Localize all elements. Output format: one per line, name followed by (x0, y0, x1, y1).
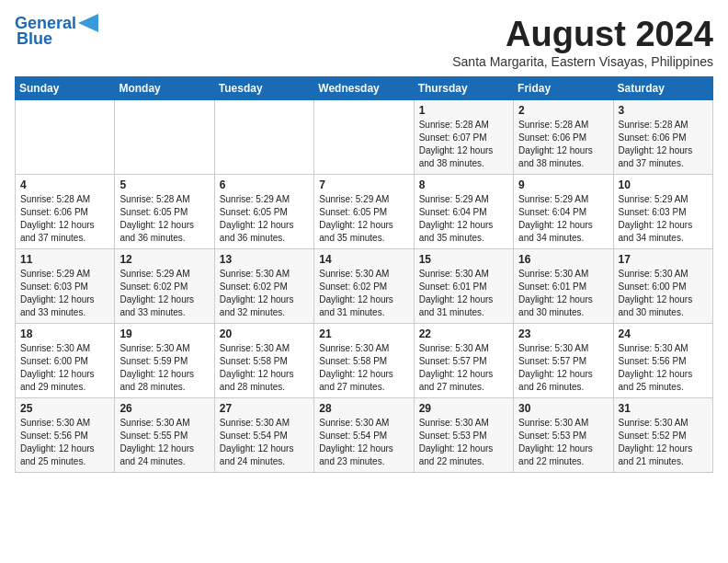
calendar-cell: 19Sunrise: 5:30 AM Sunset: 5:59 PM Dayli… (115, 324, 214, 398)
date-number: 20 (220, 327, 309, 340)
date-number: 5 (119, 178, 209, 191)
calendar-cell: 22Sunrise: 5:30 AM Sunset: 5:57 PM Dayli… (414, 324, 513, 398)
cell-info: Sunrise: 5:30 AM Sunset: 5:58 PM Dayligh… (319, 342, 408, 394)
date-number: 9 (518, 178, 608, 191)
logo: General Blue (15, 15, 98, 49)
calendar-cell: 6Sunrise: 5:29 AM Sunset: 6:05 PM Daylig… (214, 175, 313, 249)
calendar-cell: 8Sunrise: 5:29 AM Sunset: 6:04 PM Daylig… (414, 175, 513, 249)
cell-info: Sunrise: 5:30 AM Sunset: 5:55 PM Dayligh… (119, 417, 209, 468)
cell-info: Sunrise: 5:30 AM Sunset: 6:02 PM Dayligh… (319, 268, 408, 319)
date-number: 17 (619, 253, 708, 266)
date-number: 11 (20, 253, 109, 266)
date-number: 14 (319, 253, 408, 266)
cell-info: Sunrise: 5:30 AM Sunset: 5:58 PM Dayligh… (220, 342, 309, 394)
date-number: 25 (20, 402, 109, 415)
cell-info: Sunrise: 5:30 AM Sunset: 5:57 PM Dayligh… (518, 342, 608, 394)
calendar-cell: 9Sunrise: 5:29 AM Sunset: 6:04 PM Daylig… (514, 175, 613, 249)
date-number: 27 (220, 402, 309, 415)
calendar-cell: 1Sunrise: 5:28 AM Sunset: 6:07 PM Daylig… (414, 100, 513, 175)
cell-info: Sunrise: 5:30 AM Sunset: 6:01 PM Dayligh… (518, 268, 608, 319)
calendar-cell (16, 100, 115, 175)
calendar-cell: 24Sunrise: 5:30 AM Sunset: 5:56 PM Dayli… (613, 324, 712, 398)
logo-icon (78, 14, 98, 32)
cell-info: Sunrise: 5:30 AM Sunset: 6:00 PM Dayligh… (20, 342, 109, 394)
day-header-tuesday: Tuesday (214, 77, 313, 100)
cell-info: Sunrise: 5:29 AM Sunset: 6:05 PM Dayligh… (319, 193, 408, 245)
cell-info: Sunrise: 5:28 AM Sunset: 6:05 PM Dayligh… (119, 193, 209, 245)
date-number: 21 (319, 327, 408, 340)
date-number: 6 (220, 178, 309, 191)
cell-info: Sunrise: 5:29 AM Sunset: 6:02 PM Dayligh… (119, 268, 209, 319)
calendar-cell: 25Sunrise: 5:30 AM Sunset: 5:56 PM Dayli… (16, 398, 115, 473)
cell-info: Sunrise: 5:29 AM Sunset: 6:04 PM Dayligh… (419, 193, 508, 245)
calendar-cell: 23Sunrise: 5:30 AM Sunset: 5:57 PM Dayli… (514, 324, 613, 398)
month-title: August 2024 (452, 15, 713, 54)
calendar-cell: 4Sunrise: 5:28 AM Sunset: 6:06 PM Daylig… (16, 175, 115, 249)
day-header-thursday: Thursday (414, 77, 513, 100)
cell-info: Sunrise: 5:29 AM Sunset: 6:03 PM Dayligh… (619, 193, 708, 245)
date-number: 29 (419, 402, 508, 415)
logo-blue: Blue (17, 29, 52, 49)
cell-info: Sunrise: 5:28 AM Sunset: 6:06 PM Dayligh… (518, 119, 608, 170)
cell-info: Sunrise: 5:28 AM Sunset: 6:07 PM Dayligh… (419, 119, 508, 170)
calendar-cell: 13Sunrise: 5:30 AM Sunset: 6:02 PM Dayli… (214, 249, 313, 324)
cell-info: Sunrise: 5:30 AM Sunset: 5:57 PM Dayligh… (419, 342, 508, 394)
date-number: 13 (220, 253, 309, 266)
calendar-cell: 31Sunrise: 5:30 AM Sunset: 5:52 PM Dayli… (613, 398, 712, 473)
cell-info: Sunrise: 5:29 AM Sunset: 6:04 PM Dayligh… (518, 193, 608, 245)
date-number: 3 (619, 104, 708, 117)
calendar-cell: 11Sunrise: 5:29 AM Sunset: 6:03 PM Dayli… (16, 249, 115, 324)
date-number: 10 (619, 178, 708, 191)
calendar-cell: 18Sunrise: 5:30 AM Sunset: 6:00 PM Dayli… (16, 324, 115, 398)
calendar-cell: 27Sunrise: 5:30 AM Sunset: 5:54 PM Dayli… (214, 398, 313, 473)
date-number: 15 (419, 253, 508, 266)
date-number: 24 (619, 327, 708, 340)
date-number: 26 (119, 402, 209, 415)
day-header-saturday: Saturday (613, 77, 712, 100)
cell-info: Sunrise: 5:30 AM Sunset: 5:52 PM Dayligh… (619, 417, 708, 468)
date-number: 19 (119, 327, 209, 340)
cell-info: Sunrise: 5:30 AM Sunset: 6:01 PM Dayligh… (419, 268, 508, 319)
page-header: General Blue August 2024 Santa Margarita… (15, 15, 713, 69)
cell-info: Sunrise: 5:28 AM Sunset: 6:06 PM Dayligh… (619, 119, 708, 170)
cell-info: Sunrise: 5:30 AM Sunset: 5:56 PM Dayligh… (619, 342, 708, 394)
date-number: 30 (518, 402, 608, 415)
day-header-friday: Friday (514, 77, 613, 100)
date-number: 7 (319, 178, 408, 191)
calendar-cell: 28Sunrise: 5:30 AM Sunset: 5:54 PM Dayli… (314, 398, 414, 473)
cell-info: Sunrise: 5:28 AM Sunset: 6:06 PM Dayligh… (20, 193, 109, 245)
cell-info: Sunrise: 5:30 AM Sunset: 6:02 PM Dayligh… (220, 268, 309, 319)
day-header-sunday: Sunday (16, 77, 115, 100)
calendar-cell: 12Sunrise: 5:29 AM Sunset: 6:02 PM Dayli… (115, 249, 214, 324)
date-number: 23 (518, 327, 608, 340)
calendar-cell: 14Sunrise: 5:30 AM Sunset: 6:02 PM Dayli… (314, 249, 414, 324)
calendar-cell: 5Sunrise: 5:28 AM Sunset: 6:05 PM Daylig… (115, 175, 214, 249)
calendar-cell: 10Sunrise: 5:29 AM Sunset: 6:03 PM Dayli… (613, 175, 712, 249)
calendar-cell: 26Sunrise: 5:30 AM Sunset: 5:55 PM Dayli… (115, 398, 214, 473)
calendar-cell: 21Sunrise: 5:30 AM Sunset: 5:58 PM Dayli… (314, 324, 414, 398)
calendar-cell: 2Sunrise: 5:28 AM Sunset: 6:06 PM Daylig… (514, 100, 613, 175)
calendar-cell: 16Sunrise: 5:30 AM Sunset: 6:01 PM Dayli… (514, 249, 613, 324)
location: Santa Margarita, Eastern Visayas, Philip… (452, 54, 713, 69)
date-number: 22 (419, 327, 508, 340)
calendar-cell: 20Sunrise: 5:30 AM Sunset: 5:58 PM Dayli… (214, 324, 313, 398)
cell-info: Sunrise: 5:30 AM Sunset: 5:59 PM Dayligh… (119, 342, 209, 394)
cell-info: Sunrise: 5:29 AM Sunset: 6:03 PM Dayligh… (20, 268, 109, 319)
calendar-table: SundayMondayTuesdayWednesdayThursdayFrid… (15, 76, 713, 473)
day-header-monday: Monday (115, 77, 214, 100)
calendar-cell (314, 100, 414, 175)
date-number: 18 (20, 327, 109, 340)
calendar-cell: 30Sunrise: 5:30 AM Sunset: 5:53 PM Dayli… (514, 398, 613, 473)
date-number: 28 (319, 402, 408, 415)
cell-info: Sunrise: 5:30 AM Sunset: 5:56 PM Dayligh… (20, 417, 109, 468)
date-number: 16 (518, 253, 608, 266)
date-number: 1 (419, 104, 508, 117)
calendar-cell: 3Sunrise: 5:28 AM Sunset: 6:06 PM Daylig… (613, 100, 712, 175)
cell-info: Sunrise: 5:30 AM Sunset: 5:54 PM Dayligh… (220, 417, 309, 468)
cell-info: Sunrise: 5:30 AM Sunset: 6:00 PM Dayligh… (619, 268, 708, 319)
date-number: 12 (119, 253, 209, 266)
cell-info: Sunrise: 5:30 AM Sunset: 5:53 PM Dayligh… (518, 417, 608, 468)
svg-marker-0 (78, 14, 98, 32)
calendar-cell (115, 100, 214, 175)
date-number: 4 (20, 178, 109, 191)
